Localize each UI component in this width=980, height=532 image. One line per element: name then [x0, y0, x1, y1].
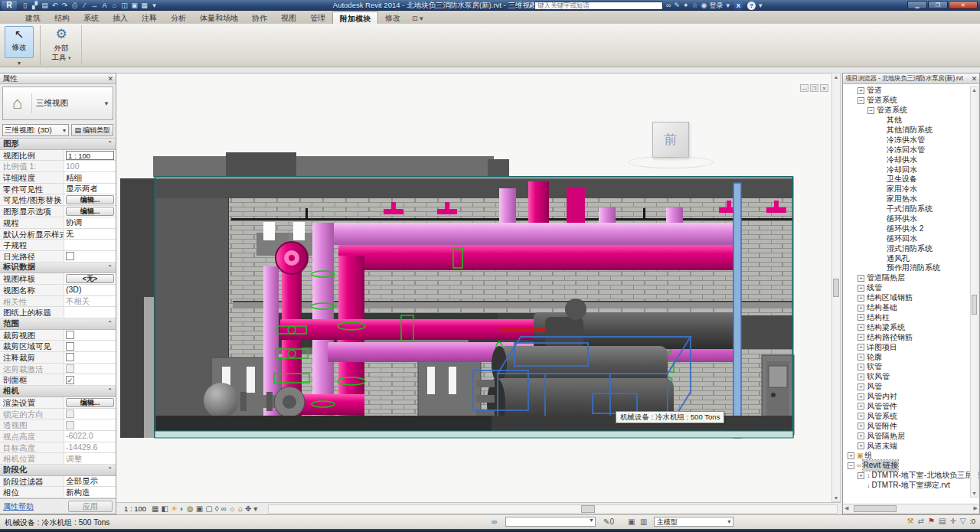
collapse-section-icon[interactable]: ⌃: [107, 264, 113, 271]
tree-item-22[interactable]: +结构基础: [843, 303, 979, 313]
view-minimize-icon[interactable]: —: [800, 84, 808, 92]
expand-icon[interactable]: +: [858, 432, 864, 439]
property-value[interactable]: (3D): [64, 284, 116, 295]
minimize-button[interactable]: ▁: [907, 1, 927, 9]
active-workset-dropdown[interactable]: ▼: [505, 517, 596, 527]
tree-item-36[interactable]: +风道末端: [843, 441, 979, 451]
property-section-22[interactable]: 相机⌃: [0, 386, 116, 397]
scroll-down-icon[interactable]: ▼: [832, 495, 840, 501]
ribbon-tab-0[interactable]: 建筑: [18, 11, 47, 24]
apply-button[interactable]: 应用: [68, 501, 113, 512]
scrollbar-thumb[interactable]: [854, 505, 897, 512]
section-icon[interactable]: ◫: [119, 1, 129, 10]
expand-icon[interactable]: +: [858, 442, 864, 449]
property-edit-button[interactable]: 编辑...: [66, 207, 114, 216]
tree-item-21[interactable]: +结构区域钢筋: [843, 293, 979, 303]
property-value[interactable]: -14429.6: [64, 442, 116, 453]
expand-icon[interactable]: +: [858, 354, 864, 361]
collapse-icon[interactable]: −: [858, 97, 864, 104]
property-value[interactable]: 新构造: [64, 487, 116, 498]
property-value[interactable]: 编辑...: [64, 207, 116, 216]
viewport-vertical-scrollbar[interactable]: ▲ ▼: [831, 73, 841, 502]
expand-icon[interactable]: +: [858, 334, 864, 341]
temporary-hide-icon[interactable]: ∞: [221, 504, 227, 514]
property-checkbox[interactable]: [66, 421, 74, 429]
help-icon[interactable]: ?: [747, 2, 756, 10]
property-value[interactable]: 精细: [64, 172, 116, 184]
ribbon-tab-10[interactable]: 附加模块: [332, 11, 378, 24]
view-filter-dropdown[interactable]: 三维视图: (3D) ▼: [2, 124, 69, 136]
infocenter-collapse-icon[interactable]: ▸: [530, 2, 533, 9]
scrollbar-thumb[interactable]: [581, 505, 595, 513]
tree-item-38[interactable]: −∞Revit 链接: [843, 461, 979, 471]
search-icon[interactable]: ∞: [666, 2, 671, 9]
worksets-icon[interactable]: ∞: [492, 517, 497, 526]
scroll-down-icon[interactable]: ▼: [971, 491, 978, 496]
infocenter-search-input[interactable]: [534, 2, 663, 10]
tree-item-34[interactable]: +风管附件: [843, 421, 979, 431]
tree-item-31[interactable]: +风管内衬: [843, 392, 979, 402]
view-close-icon[interactable]: ✕: [820, 84, 828, 92]
ribbon-tab-9[interactable]: 管理: [303, 11, 332, 24]
tree-item-18[interactable]: 预作用消防系统: [843, 263, 979, 273]
user-icon[interactable]: ◉: [701, 2, 707, 9]
measure-icon[interactable]: ∕: [80, 1, 90, 10]
expand-icon[interactable]: +: [858, 364, 864, 370]
collapse-icon[interactable]: −: [848, 462, 854, 469]
expand-icon[interactable]: +: [858, 413, 864, 419]
expand-icon[interactable]: +: [858, 393, 864, 400]
property-value[interactable]: 不相关: [64, 295, 116, 307]
property-value[interactable]: 显示两者: [64, 183, 116, 194]
tree-item-20[interactable]: +线管: [843, 283, 979, 293]
property-section-11[interactable]: 标识数据⌃: [0, 263, 116, 274]
tree-item-19[interactable]: +管道隔热层: [843, 273, 979, 283]
viewcube[interactable]: 前: [652, 122, 689, 158]
properties-close-icon[interactable]: ✕: [107, 75, 113, 83]
tree-item-28[interactable]: +软管: [843, 362, 979, 372]
ribbon-tab-2[interactable]: 系统: [77, 11, 106, 24]
design-options-icon[interactable]: ⚑: [928, 517, 935, 525]
expand-icon[interactable]: +: [858, 472, 864, 479]
collapse-icon[interactable]: −: [867, 107, 874, 114]
open-icon[interactable]: ▞: [30, 1, 40, 10]
property-value[interactable]: ✓: [64, 376, 116, 384]
tree-item-23[interactable]: +结构柱: [843, 312, 979, 322]
tree-item-3[interactable]: 其他: [843, 116, 979, 126]
property-value[interactable]: 无: [64, 228, 116, 240]
ribbon-tab-5[interactable]: 分析: [164, 11, 193, 24]
property-checkbox[interactable]: [66, 353, 74, 361]
default-3d-view-icon[interactable]: ⌂: [109, 1, 119, 10]
section-plane[interactable]: [733, 183, 741, 438]
new-icon[interactable]: ▯: [20, 1, 30, 10]
tree-item-25[interactable]: +结构路径钢筋: [843, 332, 979, 342]
tree-item-26[interactable]: +详图项目: [843, 342, 979, 352]
expand-icon[interactable]: +: [858, 87, 864, 94]
property-value[interactable]: 编辑...: [64, 398, 116, 407]
tree-item-0[interactable]: +管道: [843, 86, 979, 96]
property-value[interactable]: 协调: [64, 217, 116, 228]
visual-style-icon[interactable]: ◧: [162, 504, 168, 514]
displacement-icon[interactable]: ✥: [245, 504, 251, 514]
collapse-section-icon[interactable]: ⌃: [107, 387, 113, 394]
property-checkbox[interactable]: [66, 342, 74, 351]
property-value[interactable]: 全部显示: [64, 475, 116, 487]
ribbon-tab-4[interactable]: 注释: [135, 11, 164, 24]
expand-icon[interactable]: +: [858, 374, 864, 380]
tree-item-4[interactable]: 其他消防系统: [843, 126, 979, 135]
property-value[interactable]: [64, 353, 116, 361]
tree-item-17[interactable]: 通风孔: [843, 253, 979, 263]
press-drag-icon[interactable]: ✛: [949, 517, 956, 525]
expand-icon[interactable]: +: [858, 314, 864, 321]
tree-item-37[interactable]: +▣组: [843, 451, 979, 461]
tree-item-40[interactable]: ↓DTMTR-地下室绑定.rvt: [843, 481, 979, 491]
tree-item-29[interactable]: +软风管: [843, 372, 979, 382]
tree-item-15[interactable]: 循环回水: [843, 233, 979, 243]
revit-logo-icon[interactable]: R: [2, 1, 17, 10]
vcb-more-icon[interactable]: ▾: [253, 504, 257, 514]
exchange-apps-icon[interactable]: X: [734, 2, 743, 10]
tree-item-35[interactable]: +风管隔热层: [843, 431, 979, 441]
undo-icon[interactable]: ↶: [50, 1, 60, 10]
property-checkbox[interactable]: [66, 331, 74, 339]
qat-customize-icon[interactable]: ▾: [149, 1, 159, 10]
edit-type-button[interactable]: ▤ 编辑类型: [71, 124, 113, 136]
